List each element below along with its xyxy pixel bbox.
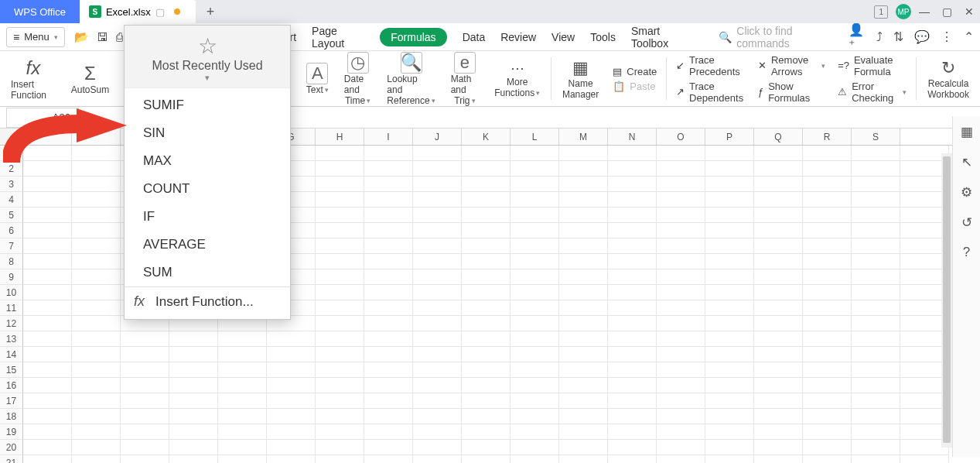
cell[interactable] [657,146,705,161]
cell[interactable] [316,440,364,455]
upload-icon[interactable]: ⤴ [876,30,883,44]
cell[interactable] [23,207,72,223]
cell[interactable] [510,300,559,316]
cell[interactable] [705,393,754,409]
tab-formulas[interactable]: Formulas [380,28,446,46]
cell[interactable] [413,285,462,300]
cell[interactable] [72,331,121,347]
cell[interactable] [462,285,510,300]
cell[interactable] [608,440,657,455]
cell[interactable] [803,269,852,285]
cell[interactable] [364,393,413,409]
cell[interactable] [462,347,510,362]
cell[interactable] [705,316,754,331]
row-header[interactable]: 19 [0,424,23,440]
row-header[interactable]: 12 [0,316,23,331]
dropdown-item-average[interactable]: AVERAGE [125,231,290,259]
tab-review[interactable]: Review [500,31,536,43]
cell[interactable] [510,347,559,362]
cell[interactable] [462,378,510,393]
cell[interactable] [72,440,121,455]
cell[interactable] [218,440,267,455]
cell[interactable] [803,331,852,347]
cell[interactable] [608,177,657,192]
cell[interactable] [803,238,852,254]
history-icon[interactable]: ↺ [961,214,972,231]
cell[interactable] [754,440,803,455]
cell[interactable] [23,300,72,316]
cell[interactable] [852,393,900,409]
cell[interactable] [852,300,900,316]
show-formulas-button[interactable]: ƒShow Formulas [758,81,825,104]
cell[interactable] [510,223,559,238]
row-header[interactable]: 10 [0,285,23,300]
cell[interactable] [462,393,510,409]
cell[interactable] [657,238,705,254]
cell[interactable] [364,238,413,254]
file-tab[interactable]: S Excel.xlsx ▢ [80,0,196,23]
cell[interactable] [510,192,559,207]
cell[interactable] [705,455,754,463]
cell[interactable] [608,207,657,223]
cell[interactable] [462,316,510,331]
cell[interactable] [23,455,72,463]
cell[interactable] [23,316,72,331]
dropdown-item-count[interactable]: COUNT [125,175,290,203]
cell[interactable] [218,378,267,393]
cell[interactable] [316,347,364,362]
recalculate-button[interactable]: ↻ Recalcula Workbook [920,51,977,106]
cell[interactable] [705,177,754,192]
cell[interactable] [316,393,364,409]
col-header[interactable]: Q [754,129,803,145]
cell[interactable] [705,223,754,238]
cell[interactable] [657,347,705,362]
cell[interactable] [657,362,705,378]
cell[interactable] [803,300,852,316]
cell[interactable] [267,362,316,378]
cell[interactable] [510,269,559,285]
cell[interactable] [23,285,72,300]
cell[interactable] [608,254,657,269]
cell[interactable] [267,440,316,455]
remove-arrows-button[interactable]: ✕Remove Arrows▾ [758,54,825,77]
cell[interactable] [705,300,754,316]
cell[interactable] [462,192,510,207]
cell[interactable] [364,254,413,269]
cell[interactable] [705,254,754,269]
cell[interactable] [169,424,218,440]
cell[interactable] [23,238,72,254]
dropdown-item-sin[interactable]: SIN [125,119,290,147]
cell[interactable] [23,440,72,455]
cell[interactable] [462,238,510,254]
cell[interactable] [413,455,462,463]
cell[interactable] [72,347,121,362]
cell[interactable] [559,269,608,285]
cell[interactable] [510,207,559,223]
cell[interactable] [364,269,413,285]
cell[interactable] [121,331,169,347]
cell[interactable] [267,331,316,347]
cell[interactable] [413,161,462,177]
save-icon[interactable]: 🖫 [97,30,108,44]
chat-icon[interactable]: 💬 [914,29,930,44]
cell[interactable] [559,300,608,316]
cell[interactable] [608,161,657,177]
cell[interactable] [657,192,705,207]
cell[interactable] [364,161,413,177]
cell[interactable] [608,409,657,424]
col-header[interactable]: N [608,129,657,145]
cell[interactable] [559,331,608,347]
cell[interactable] [705,362,754,378]
user-avatar[interactable]: MP [896,4,911,19]
cell[interactable] [705,269,754,285]
cell[interactable] [72,207,121,223]
row-header[interactable]: 5 [0,207,23,223]
tab-page-layout[interactable]: Page Layout [312,25,364,50]
collapse-ribbon-icon[interactable]: ⌃ [964,29,974,44]
cell[interactable] [316,177,364,192]
cell[interactable] [559,455,608,463]
cell[interactable] [72,362,121,378]
cell[interactable] [218,424,267,440]
cell[interactable] [657,177,705,192]
cell[interactable] [218,393,267,409]
